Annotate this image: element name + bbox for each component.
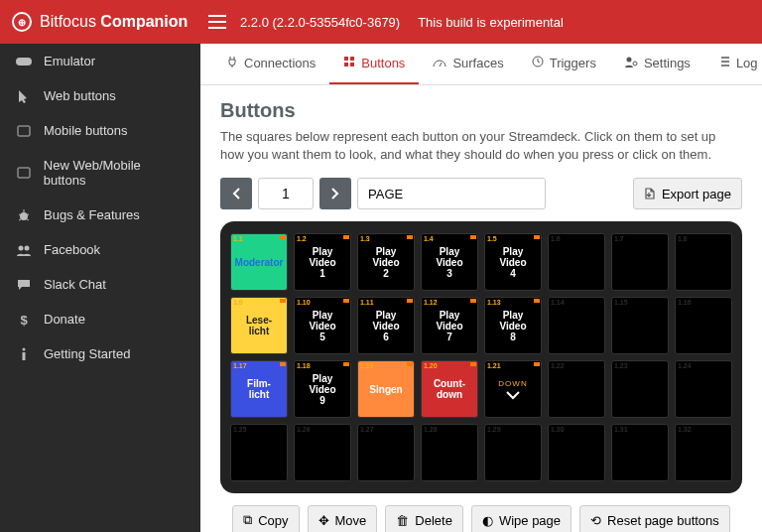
menu-icon[interactable] (208, 15, 226, 29)
svg-rect-1 (18, 126, 30, 136)
reset-page-button[interactable]: ⟲Reset page buttons (579, 505, 730, 532)
sidebar-item-donate[interactable]: $Donate (0, 302, 200, 336)
export-page-button[interactable]: Export page (633, 178, 742, 209)
stream-button-1-23[interactable]: 1.23 (611, 360, 669, 418)
copy-button[interactable]: ⧉Copy (232, 505, 299, 532)
tab-connections[interactable]: Connections (212, 44, 329, 84)
sidebar-item-web-buttons[interactable]: Web buttons (0, 78, 200, 113)
button-id-label: 1.18 (297, 362, 311, 369)
sidebar-item-mobile-buttons[interactable]: Mobile buttons (0, 113, 200, 148)
button-text: Moderator (233, 257, 286, 268)
cursor-icon (16, 89, 32, 103)
tab-label: Log (736, 56, 758, 70)
button-text: PlayVideo5 (307, 310, 337, 342)
sidebar-item-facebook[interactable]: Facebook (0, 232, 200, 267)
stream-button-1-14[interactable]: 1.14 (548, 297, 605, 354)
tab-label: Connections (244, 56, 316, 70)
down-arrow-icon: DOWN (498, 379, 527, 400)
stream-button-1-11[interactable]: 1.11PlayVideo6 (357, 297, 415, 354)
stream-button-1-6[interactable]: 1.6 (548, 233, 605, 291)
brand-name-bold: Companion (100, 13, 188, 30)
sidebar-item-new-web-mobile-buttons[interactable]: New Web/Mobile buttons (0, 148, 200, 198)
stream-button-1-16[interactable]: 1.16 (675, 297, 732, 354)
stream-button-1-4[interactable]: 1.4PlayVideo3 (421, 233, 478, 291)
stream-button-1-20[interactable]: 1.20Count-down (421, 360, 478, 418)
stream-button-1-17[interactable]: 1.17Film-licht (230, 360, 288, 418)
button-text: PlayVideo8 (497, 310, 528, 342)
stream-button-1-22[interactable]: 1.22 (548, 360, 605, 418)
stream-button-1-13[interactable]: 1.13PlayVideo8 (484, 297, 542, 354)
stream-button-1-24[interactable]: 1.24 (675, 360, 732, 418)
sidebar-item-bugs-features[interactable]: Bugs & Features (0, 198, 200, 232)
sidebar-item-getting-started[interactable]: Getting Started (0, 336, 200, 371)
wipe-page-button[interactable]: ◐Wipe page (471, 505, 572, 532)
tab-surfaces[interactable]: Surfaces (419, 44, 517, 84)
button-id-label: 1.4 (424, 235, 434, 242)
move-button[interactable]: ✥Move (308, 505, 378, 532)
button-text: Film-licht (245, 378, 273, 400)
svg-point-4 (19, 245, 24, 250)
stream-button-1-1[interactable]: 1.1Moderator (230, 233, 288, 291)
sidebar-item-slack-chat[interactable]: Slack Chat (0, 267, 200, 302)
page-next-button[interactable] (319, 178, 351, 209)
stream-button-1-10[interactable]: 1.10PlayVideo5 (294, 297, 351, 354)
stream-button-1-26[interactable]: 1.26 (294, 424, 351, 481)
stream-button-1-5[interactable]: 1.5PlayVideo4 (484, 233, 542, 291)
sidebar-item-label: Web buttons (44, 88, 116, 103)
stream-button-1-31[interactable]: 1.31 (611, 424, 669, 481)
trash-icon: 🗑 (396, 513, 409, 528)
chat-icon (16, 279, 32, 291)
sidebar-item-emulator[interactable]: Emulator (0, 44, 200, 78)
svg-point-7 (23, 347, 26, 350)
tab-settings[interactable]: Settings (610, 44, 704, 84)
button-id-label: 1.13 (487, 299, 501, 306)
page-name-input[interactable] (357, 178, 546, 209)
button-text: Singen (367, 384, 404, 395)
stream-button-1-25[interactable]: 1.25 (230, 424, 288, 481)
button-id-label: 1.2 (297, 235, 307, 242)
stream-button-1-27[interactable]: 1.27 (357, 424, 415, 481)
tab-triggers[interactable]: Triggers (518, 44, 610, 84)
stream-button-1-9[interactable]: 1.9Lese-licht (230, 297, 288, 354)
delete-button[interactable]: 🗑Delete (385, 505, 463, 532)
page-controls: Export page (220, 178, 742, 209)
svg-rect-12 (350, 63, 354, 66)
button-text: PlayVideo7 (434, 310, 464, 342)
stream-button-1-15[interactable]: 1.15 (611, 297, 669, 354)
svg-rect-8 (23, 352, 26, 360)
dollar-icon: $ (16, 313, 32, 327)
button-id-label: 1.8 (678, 235, 688, 242)
stream-button-1-8[interactable]: 1.8 (675, 233, 732, 291)
stream-button-1-32[interactable]: 1.32 (675, 424, 732, 481)
button-status-indicator (280, 299, 286, 303)
tab-label: Settings (644, 56, 691, 70)
tab-log[interactable]: Log (704, 44, 762, 84)
page-number-input[interactable] (258, 178, 314, 209)
button-id-label: 1.5 (487, 235, 497, 242)
stream-button-1-3[interactable]: 1.3PlayVideo2 (357, 233, 415, 291)
button-id-label: 1.11 (360, 299, 374, 306)
stream-button-1-21[interactable]: 1.21DOWN (484, 360, 542, 418)
wipe-label: Wipe page (499, 513, 561, 528)
button-grid: 1.1Moderator1.2PlayVideo11.3PlayVideo21.… (230, 233, 732, 481)
stream-button-1-28[interactable]: 1.28 (421, 424, 478, 481)
stream-button-1-18[interactable]: 1.18PlayVideo9 (294, 360, 351, 418)
button-status-indicator (343, 362, 349, 366)
chevron-left-icon (232, 188, 240, 200)
stream-button-1-19[interactable]: 1.19Singen (357, 360, 415, 418)
stream-button-1-12[interactable]: 1.12PlayVideo7 (421, 297, 478, 354)
tab-buttons[interactable]: Buttons (329, 44, 419, 84)
button-id-label: 1.27 (360, 426, 374, 433)
button-grid-panel: 1.1Moderator1.2PlayVideo11.3PlayVideo21.… (220, 221, 742, 493)
page-prev-button[interactable] (220, 178, 252, 209)
eraser-icon: ◐ (482, 513, 493, 528)
button-status-indicator (470, 299, 476, 303)
delete-label: Delete (415, 513, 452, 528)
stream-button-1-2[interactable]: 1.2PlayVideo1 (294, 233, 351, 291)
stream-button-1-29[interactable]: 1.29 (484, 424, 542, 481)
sidebar-item-label: Facebook (44, 242, 100, 257)
stream-button-1-7[interactable]: 1.7 (611, 233, 669, 291)
button-id-label: 1.24 (678, 362, 692, 369)
plug-icon (226, 56, 238, 70)
stream-button-1-30[interactable]: 1.30 (548, 424, 605, 481)
